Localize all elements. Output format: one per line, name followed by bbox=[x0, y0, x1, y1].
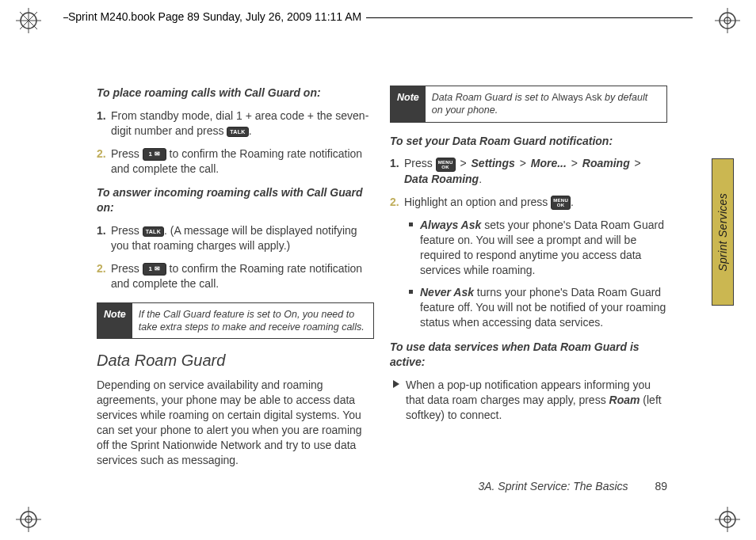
instruction-heading: To set your Data Roam Guard notification… bbox=[390, 134, 667, 149]
crop-mark-icon bbox=[16, 507, 41, 532]
crop-mark-icon bbox=[715, 507, 740, 532]
menu-path: Data Roaming bbox=[404, 173, 479, 185]
subsection-heading: Data Roam Guard bbox=[97, 350, 374, 371]
step-number: 1. bbox=[97, 223, 106, 238]
section-tab-label: Sprint Services bbox=[716, 193, 729, 272]
path-separator: > bbox=[515, 157, 531, 169]
step-text: . bbox=[249, 124, 252, 137]
step-item: 1. From standby mode, dial 1 + area code… bbox=[111, 108, 374, 139]
note-label: Note bbox=[97, 303, 132, 339]
footer-section: 3A. Sprint Service: The Basics bbox=[478, 480, 628, 492]
step-item: 2. Press 1 ✉ to confirm the Roaming rate… bbox=[111, 146, 374, 177]
sub-bullet: Never Ask turns your phone's Data Roam G… bbox=[420, 285, 667, 330]
talk-key-icon: TALK bbox=[143, 226, 164, 237]
step-number: 1. bbox=[390, 156, 399, 171]
menu-path: More... bbox=[531, 157, 567, 169]
note-text: If the Call Guard feature is set to On, … bbox=[132, 303, 373, 339]
step-text: . bbox=[571, 196, 574, 208]
body-paragraph: Depending on service availability and ro… bbox=[97, 378, 374, 467]
right-column: Note Data Roam Guard is set to Always As… bbox=[390, 86, 667, 476]
crop-mark-icon bbox=[16, 8, 41, 33]
step-text: Press bbox=[111, 224, 143, 237]
one-key-icon: 1 ✉ bbox=[143, 148, 166, 161]
page-number: 89 bbox=[655, 480, 667, 492]
menu-ok-key-icon: MENUOK bbox=[551, 196, 571, 210]
menu-path: Roaming bbox=[582, 157, 630, 169]
step-item: 2. Highlight an option and press MENUOK.… bbox=[404, 195, 667, 331]
step-item: 1. Press MENUOK > Settings > More... > R… bbox=[404, 156, 667, 186]
instruction-heading: To answer incoming roaming calls with Ca… bbox=[97, 185, 374, 215]
step-number: 2. bbox=[97, 146, 106, 162]
step-text: Highlight an option and press bbox=[404, 196, 551, 208]
path-separator: > bbox=[630, 157, 643, 169]
option-name: Always Ask bbox=[420, 219, 481, 231]
section-tab: Sprint Services bbox=[712, 158, 734, 306]
talk-key-icon: TALK bbox=[227, 127, 248, 137]
instruction-heading: To place roaming calls with Call Guard o… bbox=[97, 86, 374, 101]
path-separator: > bbox=[458, 157, 471, 169]
note-box: Note Data Roam Guard is set to Always As… bbox=[390, 86, 667, 123]
note-box: Note If the Call Guard feature is set to… bbox=[97, 302, 374, 340]
option-name: Never Ask bbox=[420, 286, 474, 299]
action-bullet: When a pop-up notification appears infor… bbox=[406, 378, 667, 423]
note-text-segment: Data Roam Guard is set to bbox=[432, 92, 552, 103]
menu-path: Settings bbox=[472, 157, 515, 169]
page-content: To place roaming calls with Call Guard o… bbox=[97, 86, 667, 476]
one-key-icon: 1 ✉ bbox=[143, 263, 166, 276]
sub-bullet: Always Ask sets your phone's Data Roam G… bbox=[420, 218, 667, 278]
step-text: Press bbox=[111, 147, 143, 160]
step-number: 2. bbox=[390, 195, 399, 210]
instruction-heading: To use data services when Data Roam Guar… bbox=[390, 340, 667, 370]
left-column: To place roaming calls with Call Guard o… bbox=[97, 86, 374, 476]
step-text: Press bbox=[111, 262, 143, 275]
step-text: Press bbox=[404, 157, 436, 169]
path-separator: > bbox=[567, 157, 582, 169]
menu-ok-key-icon: MENUOK bbox=[436, 158, 456, 172]
note-text: Data Roam Guard is set to Always Ask by … bbox=[426, 86, 666, 122]
step-text: . bbox=[479, 173, 482, 185]
step-number: 1. bbox=[97, 108, 106, 124]
step-item: 2. Press 1 ✉ to confirm the Roaming rate… bbox=[111, 261, 374, 291]
note-label: Note bbox=[391, 86, 426, 122]
softkey-name: Roam bbox=[609, 394, 640, 406]
page-footer: 3A. Sprint Service: The Basics 89 bbox=[478, 480, 667, 492]
step-number: 2. bbox=[97, 261, 106, 276]
crop-mark-icon bbox=[715, 8, 740, 33]
step-item: 1. Press TALK. (A message will be displa… bbox=[111, 223, 374, 253]
note-text-bold: Always Ask bbox=[552, 92, 601, 103]
framemaker-header: Sprint M240.book Page 89 Sunday, July 26… bbox=[68, 10, 366, 23]
